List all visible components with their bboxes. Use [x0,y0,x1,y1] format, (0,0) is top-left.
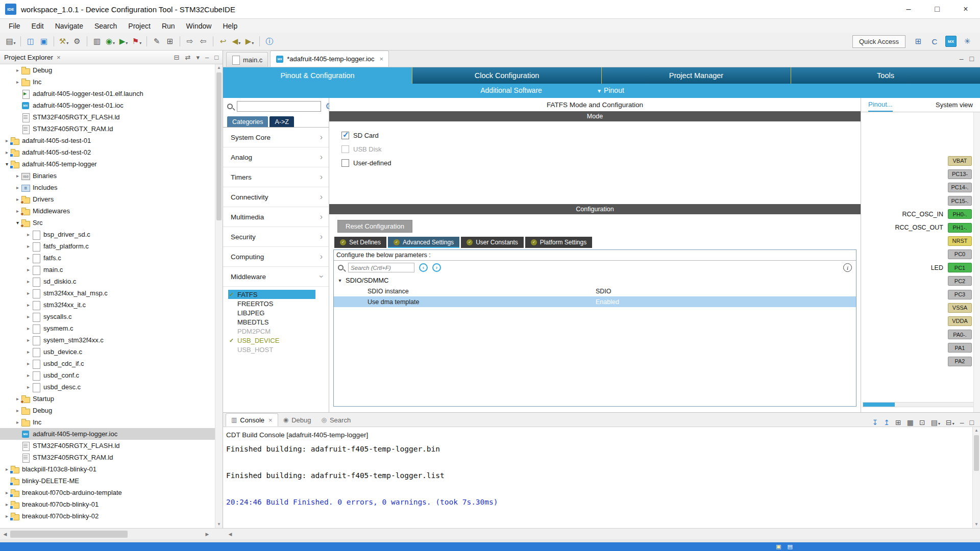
middleware-item[interactable]: USB_DEVICE [228,336,315,345]
category-item[interactable]: System Core [223,128,329,147]
pin[interactable]: PC0 [948,249,972,259]
middleware-item[interactable]: MBEDTLS [228,317,315,327]
dropdown-caret-icon[interactable] [952,418,954,427]
expand-arrow-icon[interactable] [24,267,32,272]
expand-arrow-icon[interactable] [24,243,32,249]
tree-item[interactable]: syscalls.c [0,311,215,322]
pin[interactable]: NRST [948,236,972,246]
menu-item[interactable]: Edit [26,19,50,33]
toolbar-icon[interactable]: ◉ [104,35,116,48]
toolbar-icon[interactable]: ▤ [5,35,17,48]
editor-tab[interactable]: *adafruit-f405-temp-logger.ioc [270,51,389,67]
expand-arrow-icon[interactable] [24,384,32,390]
pin[interactable]: VDDA [948,316,972,326]
explorer-toolbar-icon[interactable]: ▾ [196,54,200,61]
explorer-toolbar-icon[interactable]: ⊟ [174,54,180,61]
pin[interactable]: PA0-. [948,330,972,339]
menu-item[interactable]: Window [181,19,217,33]
pin[interactable]: PA2 [948,357,972,366]
tree-item[interactable]: fatfs.c [0,252,215,264]
toolbar-icon[interactable]: ▣ [38,35,50,48]
editor-tab[interactable]: main.c [226,52,268,67]
tree-item[interactable]: blackpill-f103c8-blinky-01 [0,463,215,475]
category-item[interactable]: Multimedia [223,207,329,227]
expand-arrow-icon[interactable] [24,232,32,237]
tree-item[interactable]: Middlewares [0,205,215,217]
parameter-value[interactable]: Enabled [596,298,856,306]
scroll-down-icon[interactable] [215,521,223,528]
cubemx-tab[interactable]: Tools [791,67,980,84]
toolbar-icon[interactable]: ◫ [24,35,37,48]
toolbar-icon[interactable]: ⊞ [164,35,176,48]
checkbox[interactable] [341,132,349,139]
collapse-all-params-icon[interactable]: ‹ [419,263,428,272]
category-item[interactable]: Analog [223,147,329,167]
scrollbar-thumb[interactable] [10,531,128,538]
expand-all-params-icon[interactable]: › [432,263,441,272]
expand-arrow-icon[interactable] [14,419,21,425]
tree-item[interactable]: adafruit-f405-logger-test-01.ioc [0,99,215,111]
expand-arrow-icon[interactable] [14,185,21,190]
tree-item[interactable]: stm32f4xx_hal_msp.c [0,287,215,299]
menu-item[interactable]: Project [122,19,156,33]
parameter-row[interactable]: SDIO instance SDIO [334,286,856,296]
console-toolbar-icon[interactable]: ⊡ [919,418,925,427]
perspective-icon[interactable]: ✳ [962,35,973,47]
pin[interactable]: PC3 [948,290,972,299]
expand-arrow-icon[interactable] [24,337,32,343]
expand-arrow-icon[interactable] [14,79,21,85]
tree-item[interactable]: usbd_cdc_if.c [0,358,215,369]
console-toolbar-icon[interactable]: □ [970,418,974,427]
cubemx-tab[interactable]: Pinout & Configuration [223,67,412,84]
expand-arrow-icon[interactable] [24,290,32,296]
tree-item[interactable]: Startup [0,393,215,405]
toolbar-icon[interactable] [20,36,21,46]
explorer-toolbar-icon[interactable]: – [205,54,209,61]
pin[interactable]: PH0-. [948,209,972,219]
tree-item[interactable]: adafruit-f405-logger-test-01.elf.launch [0,88,215,99]
middleware-item[interactable]: FATFS [228,290,315,299]
tree-item[interactable]: breakout-f070cb-blinky-01 [0,498,215,510]
pin[interactable]: PC15-. [948,196,972,206]
console-toolbar-icon[interactable]: ▦ [907,418,914,427]
toolbar-icon[interactable] [180,36,180,46]
tree-item[interactable]: system_stm32f4xx.c [0,334,215,346]
pin[interactable]: PC13- [948,169,972,179]
tray-icon[interactable]: ▣ [776,543,781,550]
parameter-row[interactable]: Use dma template Enabled [334,296,856,307]
toolbar-icon[interactable]: ⚑ [131,35,143,48]
configuration-subtab[interactable]: Set Defines [334,237,386,248]
tree-item[interactable]: adafruit-f405-temp-logger.ioc [0,428,215,440]
scroll-right-icon[interactable]: ▶ [203,530,211,538]
expand-arrow-icon[interactable] [24,372,32,378]
scroll-up-icon[interactable] [215,64,223,71]
category-search-input[interactable] [237,101,321,112]
toolbar-icon[interactable]: ✎ [151,35,163,48]
tree-item[interactable]: STM32F405RGTX_FLASH.ld [0,111,215,123]
tree-item[interactable]: bsp_driver_sd.c [0,229,215,240]
category-tab[interactable]: A->Z [270,116,293,127]
tree-item[interactable]: breakout-f070cb-blinky-02 [0,510,215,522]
console-tab[interactable]: ◎ Search [316,413,356,427]
expand-arrow-icon[interactable] [14,408,21,413]
scrollbar-thumb[interactable] [974,435,979,471]
configuration-subtab[interactable]: User Constants [461,237,524,248]
menu-item[interactable]: File [3,19,26,33]
scroll-left-icon[interactable]: ◀ [226,530,234,538]
pin[interactable]: PC14-. [948,183,972,192]
tree-item[interactable]: Debug [0,64,215,76]
tree-item[interactable]: breakout-f070cb-arduino-template [0,487,215,498]
category-item[interactable]: Timers [223,167,329,187]
console-toolbar-icon[interactable]: ▤ [931,418,940,427]
tree-item[interactable]: Includes [0,182,215,193]
middleware-item[interactable]: USB_HOST [228,345,315,354]
menu-item[interactable]: Help [217,19,243,33]
pin[interactable]: VBAT [948,156,972,166]
toolbar-icon[interactable] [87,36,87,46]
dropdown-caret-icon[interactable] [139,37,141,46]
expand-arrow-icon[interactable] [24,302,32,308]
category-item[interactable]: Security [223,227,329,247]
tree-item[interactable]: blinky-DELETE-ME [0,475,215,487]
expand-arrow-icon[interactable] [14,173,21,179]
pin[interactable]: PC1 [948,263,972,272]
